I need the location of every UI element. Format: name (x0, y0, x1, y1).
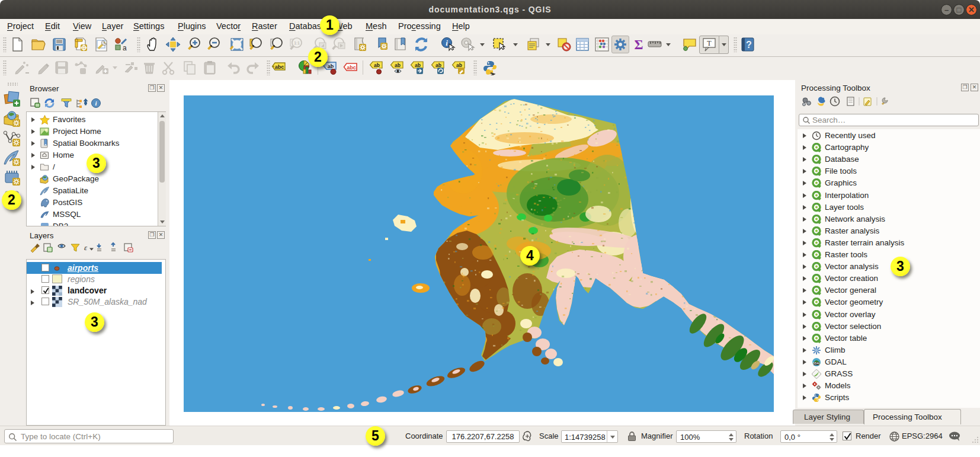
svg-text:abc: abc (347, 65, 356, 71)
svg-text:1:1: 1:1 (294, 41, 300, 45)
svg-text:?: ? (746, 40, 752, 50)
svg-text:Σ: Σ (634, 37, 643, 52)
svg-text:ab: ab (395, 62, 401, 68)
svg-text:ε: ε (84, 243, 88, 252)
svg-text:ab: ab (435, 62, 441, 68)
svg-text:ab: ab (374, 62, 380, 68)
svg-text:i: i (446, 39, 448, 47)
svg-text:ab: ab (415, 62, 421, 68)
svg-text:GDAL: GDAL (812, 362, 820, 365)
svg-text:abc: abc (275, 64, 284, 70)
svg-text:ab: ab (456, 62, 462, 68)
svg-text:T: T (707, 39, 712, 47)
svg-text:a: a (123, 44, 127, 52)
